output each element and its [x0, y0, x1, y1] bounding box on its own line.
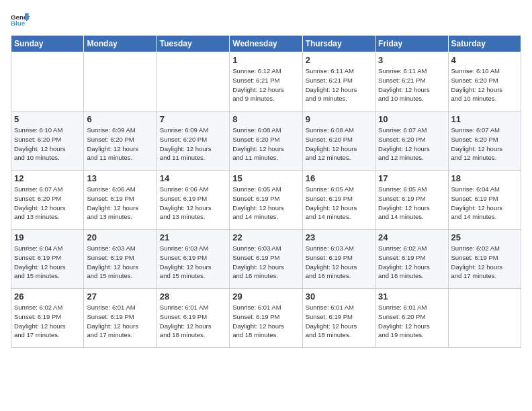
calendar-cell: 30Sunrise: 6:01 AM Sunset: 6:19 PM Dayli…	[302, 289, 375, 348]
day-info: Sunrise: 6:07 AM Sunset: 6:20 PM Dayligh…	[14, 185, 81, 222]
logo-icon: General Blue	[11, 11, 30, 30]
day-info: Sunrise: 6:10 AM Sunset: 6:20 PM Dayligh…	[14, 126, 81, 163]
calendar-cell: 11Sunrise: 6:07 AM Sunset: 6:20 PM Dayli…	[448, 111, 521, 171]
calendar-cell: 8Sunrise: 6:08 AM Sunset: 6:20 PM Daylig…	[230, 111, 302, 171]
calendar-header-row: SundayMondayTuesdayWednesdayThursdayFrid…	[11, 36, 521, 52]
calendar-cell: 29Sunrise: 6:01 AM Sunset: 6:19 PM Dayli…	[230, 289, 302, 348]
day-info: Sunrise: 6:02 AM Sunset: 6:19 PM Dayligh…	[378, 244, 445, 281]
day-number: 7	[160, 114, 226, 124]
day-header-tuesday: Tuesday	[157, 36, 229, 52]
calendar-cell: 10Sunrise: 6:07 AM Sunset: 6:20 PM Dayli…	[375, 111, 448, 171]
day-number: 26	[14, 291, 81, 302]
day-number: 18	[451, 173, 518, 183]
calendar-week-row: 1Sunrise: 6:12 AM Sunset: 6:21 PM Daylig…	[11, 52, 521, 111]
day-header-friday: Friday	[375, 36, 448, 52]
day-number: 24	[378, 232, 445, 242]
day-header-thursday: Thursday	[302, 36, 375, 52]
day-info: Sunrise: 6:08 AM Sunset: 6:20 PM Dayligh…	[232, 126, 299, 163]
calendar-cell	[448, 289, 521, 348]
day-info: Sunrise: 6:03 AM Sunset: 6:19 PM Dayligh…	[160, 244, 226, 281]
day-info: Sunrise: 6:01 AM Sunset: 6:20 PM Dayligh…	[378, 303, 445, 340]
calendar-week-row: 26Sunrise: 6:02 AM Sunset: 6:19 PM Dayli…	[11, 289, 521, 348]
calendar-cell: 28Sunrise: 6:01 AM Sunset: 6:19 PM Dayli…	[157, 289, 229, 348]
calendar-cell: 5Sunrise: 6:10 AM Sunset: 6:20 PM Daylig…	[11, 111, 84, 171]
day-info: Sunrise: 6:11 AM Sunset: 6:21 PM Dayligh…	[378, 66, 445, 103]
svg-text:Blue: Blue	[11, 19, 26, 27]
calendar-cell: 25Sunrise: 6:02 AM Sunset: 6:19 PM Dayli…	[448, 230, 521, 289]
day-header-sunday: Sunday	[11, 36, 84, 52]
day-number: 12	[14, 173, 81, 183]
calendar-cell: 1Sunrise: 6:12 AM Sunset: 6:21 PM Daylig…	[230, 52, 302, 111]
day-info: Sunrise: 6:05 AM Sunset: 6:19 PM Dayligh…	[306, 185, 372, 222]
day-info: Sunrise: 6:03 AM Sunset: 6:19 PM Dayligh…	[232, 244, 299, 281]
day-info: Sunrise: 6:09 AM Sunset: 6:20 PM Dayligh…	[87, 126, 153, 163]
day-number: 14	[160, 173, 226, 183]
day-info: Sunrise: 6:06 AM Sunset: 6:19 PM Dayligh…	[87, 185, 153, 222]
calendar-cell: 17Sunrise: 6:05 AM Sunset: 6:19 PM Dayli…	[375, 171, 448, 230]
day-info: Sunrise: 6:07 AM Sunset: 6:20 PM Dayligh…	[451, 126, 518, 163]
calendar-cell: 6Sunrise: 6:09 AM Sunset: 6:20 PM Daylig…	[84, 111, 157, 171]
calendar-table: SundayMondayTuesdayWednesdayThursdayFrid…	[11, 35, 521, 348]
day-info: Sunrise: 6:04 AM Sunset: 6:19 PM Dayligh…	[14, 244, 81, 281]
day-number: 3	[378, 55, 445, 65]
calendar-cell: 20Sunrise: 6:03 AM Sunset: 6:19 PM Dayli…	[84, 230, 157, 289]
day-number: 28	[160, 291, 226, 302]
day-number: 20	[87, 232, 153, 242]
day-number: 22	[232, 232, 299, 242]
day-info: Sunrise: 6:07 AM Sunset: 6:20 PM Dayligh…	[378, 126, 445, 163]
day-info: Sunrise: 6:01 AM Sunset: 6:19 PM Dayligh…	[160, 303, 226, 340]
day-number: 16	[306, 173, 372, 183]
day-number: 8	[232, 114, 299, 124]
day-number: 2	[306, 55, 372, 65]
day-info: Sunrise: 6:10 AM Sunset: 6:20 PM Dayligh…	[451, 66, 518, 103]
day-number: 5	[14, 114, 81, 124]
day-info: Sunrise: 6:01 AM Sunset: 6:19 PM Dayligh…	[306, 303, 372, 340]
calendar-week-row: 12Sunrise: 6:07 AM Sunset: 6:20 PM Dayli…	[11, 171, 521, 230]
day-info: Sunrise: 6:01 AM Sunset: 6:19 PM Dayligh…	[232, 303, 299, 340]
day-number: 15	[232, 173, 299, 183]
calendar-week-row: 19Sunrise: 6:04 AM Sunset: 6:19 PM Dayli…	[11, 230, 521, 289]
day-number: 29	[232, 291, 299, 302]
day-info: Sunrise: 6:12 AM Sunset: 6:21 PM Dayligh…	[232, 66, 299, 103]
calendar-cell	[157, 52, 229, 111]
day-number: 1	[232, 55, 299, 65]
day-number: 21	[160, 232, 226, 242]
calendar-week-row: 5Sunrise: 6:10 AM Sunset: 6:20 PM Daylig…	[11, 111, 521, 171]
day-info: Sunrise: 6:05 AM Sunset: 6:19 PM Dayligh…	[232, 185, 299, 222]
day-number: 17	[378, 173, 445, 183]
day-number: 27	[87, 291, 153, 302]
page-header: General Blue	[11, 11, 521, 30]
day-number: 30	[306, 291, 372, 302]
day-info: Sunrise: 6:08 AM Sunset: 6:20 PM Dayligh…	[306, 126, 372, 163]
calendar-cell: 4Sunrise: 6:10 AM Sunset: 6:20 PM Daylig…	[448, 52, 521, 111]
day-number: 25	[451, 232, 518, 242]
calendar-cell: 12Sunrise: 6:07 AM Sunset: 6:20 PM Dayli…	[11, 171, 84, 230]
calendar-cell: 3Sunrise: 6:11 AM Sunset: 6:21 PM Daylig…	[375, 52, 448, 111]
day-info: Sunrise: 6:01 AM Sunset: 6:19 PM Dayligh…	[87, 303, 153, 340]
day-header-saturday: Saturday	[448, 36, 521, 52]
logo: General Blue	[11, 11, 32, 30]
calendar-cell: 19Sunrise: 6:04 AM Sunset: 6:19 PM Dayli…	[11, 230, 84, 289]
day-info: Sunrise: 6:05 AM Sunset: 6:19 PM Dayligh…	[378, 185, 445, 222]
calendar-cell: 13Sunrise: 6:06 AM Sunset: 6:19 PM Dayli…	[84, 171, 157, 230]
calendar-cell: 7Sunrise: 6:09 AM Sunset: 6:20 PM Daylig…	[157, 111, 229, 171]
calendar-cell: 23Sunrise: 6:03 AM Sunset: 6:19 PM Dayli…	[302, 230, 375, 289]
day-info: Sunrise: 6:03 AM Sunset: 6:19 PM Dayligh…	[87, 244, 153, 281]
calendar-cell: 18Sunrise: 6:04 AM Sunset: 6:19 PM Dayli…	[448, 171, 521, 230]
calendar-cell: 15Sunrise: 6:05 AM Sunset: 6:19 PM Dayli…	[230, 171, 302, 230]
calendar-cell: 9Sunrise: 6:08 AM Sunset: 6:20 PM Daylig…	[302, 111, 375, 171]
day-number: 11	[451, 114, 518, 124]
day-number: 9	[306, 114, 372, 124]
day-info: Sunrise: 6:11 AM Sunset: 6:21 PM Dayligh…	[306, 66, 372, 103]
day-info: Sunrise: 6:02 AM Sunset: 6:19 PM Dayligh…	[451, 244, 518, 281]
day-header-monday: Monday	[84, 36, 157, 52]
calendar-cell: 2Sunrise: 6:11 AM Sunset: 6:21 PM Daylig…	[302, 52, 375, 111]
day-info: Sunrise: 6:04 AM Sunset: 6:19 PM Dayligh…	[451, 185, 518, 222]
calendar-cell: 24Sunrise: 6:02 AM Sunset: 6:19 PM Dayli…	[375, 230, 448, 289]
calendar-cell: 16Sunrise: 6:05 AM Sunset: 6:19 PM Dayli…	[302, 171, 375, 230]
day-number: 10	[378, 114, 445, 124]
day-number: 6	[87, 114, 153, 124]
day-number: 13	[87, 173, 153, 183]
day-info: Sunrise: 6:03 AM Sunset: 6:19 PM Dayligh…	[306, 244, 372, 281]
calendar-cell: 26Sunrise: 6:02 AM Sunset: 6:19 PM Dayli…	[11, 289, 84, 348]
